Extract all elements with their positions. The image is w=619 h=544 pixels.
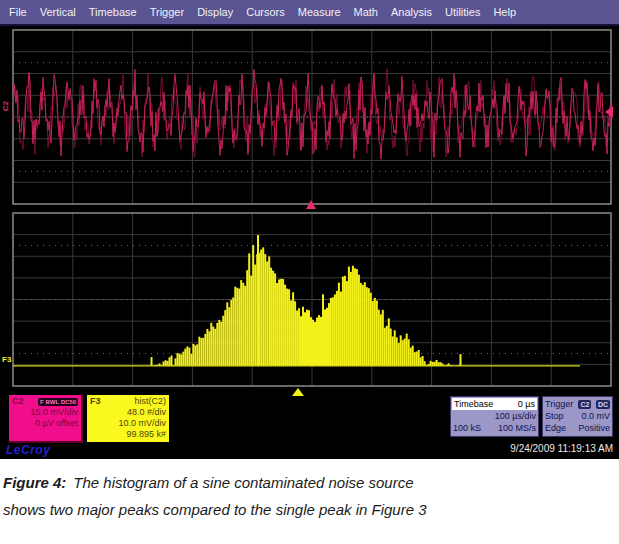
trigger-type: Edge bbox=[545, 422, 566, 434]
f3-descriptor-title: F3 bbox=[90, 396, 101, 407]
f3-mv-per-div: 10.0 mV/div bbox=[90, 418, 166, 429]
f3-function: hist(C2) bbox=[134, 396, 166, 407]
f3-trace-indicator[interactable]: F3 bbox=[2, 356, 11, 364]
trigger-title: Trigger bbox=[545, 398, 573, 410]
trigger-level: 0.0 mV bbox=[581, 410, 610, 422]
f3-descriptor-box[interactable]: F3 hist(C2) 48.0 #/div 10.0 mV/div 99.89… bbox=[86, 394, 170, 443]
trigger-level-marker[interactable] bbox=[605, 106, 613, 118]
histogram-center-marker[interactable] bbox=[292, 388, 304, 396]
timebase-delay: 0 µs bbox=[518, 398, 535, 410]
c2-coupling-badge: F BWL DC50 bbox=[38, 398, 78, 406]
f3-histogram-trace bbox=[13, 235, 580, 366]
timebase-sample-rate: 100 MS/s bbox=[498, 422, 536, 434]
timebase-title: Timebase bbox=[454, 398, 493, 410]
figure-caption: Figure 4:The histogram of a sine contami… bbox=[0, 459, 443, 523]
c2-descriptor-title: C2 bbox=[12, 396, 24, 407]
figure-caption-text: The histogram of a sine contaminated noi… bbox=[3, 474, 427, 518]
trigger-slope: Positive bbox=[578, 422, 610, 434]
c2-trace-indicator[interactable]: C2 bbox=[2, 101, 10, 111]
lecroy-logo: LeCroy bbox=[6, 443, 50, 457]
trigger-mode: Stop bbox=[545, 410, 564, 422]
c2-offset: 0 µV offset bbox=[12, 418, 78, 429]
trigger-coupling-badge: DC bbox=[596, 400, 610, 409]
c2-volts-per-div: 15.0 mV/div bbox=[12, 407, 78, 418]
oscilloscope-screenshot: FileVerticalTimebaseTriggerDisplayCursor… bbox=[0, 0, 619, 544]
scope-application-window: FileVerticalTimebaseTriggerDisplayCursor… bbox=[0, 0, 619, 459]
trigger-box[interactable]: Trigger C2 DC Stop 0.0 mV Edge Positive bbox=[542, 396, 613, 437]
c2-descriptor-box[interactable]: C2 F BWL DC50 15.0 mV/div 0 µV offset bbox=[8, 394, 83, 443]
figure-caption-label: Figure 4: bbox=[3, 474, 66, 491]
timebase-time-per-div: 100 µs/div bbox=[495, 410, 536, 422]
timebase-samples: 100 kS bbox=[453, 422, 481, 434]
datetime-display: 9/24/2009 11:19:13 AM bbox=[510, 443, 613, 454]
f3-counts-per-div: 48.0 #/div bbox=[90, 407, 166, 418]
scope-display[interactable] bbox=[0, 0, 619, 459]
f3-population: 99.895 k# bbox=[90, 429, 166, 440]
trigger-source-badge: C2 bbox=[578, 400, 591, 409]
timebase-box[interactable]: Timebase 0 µs 100 µs/div 100 kS 100 MS/s bbox=[450, 396, 539, 437]
